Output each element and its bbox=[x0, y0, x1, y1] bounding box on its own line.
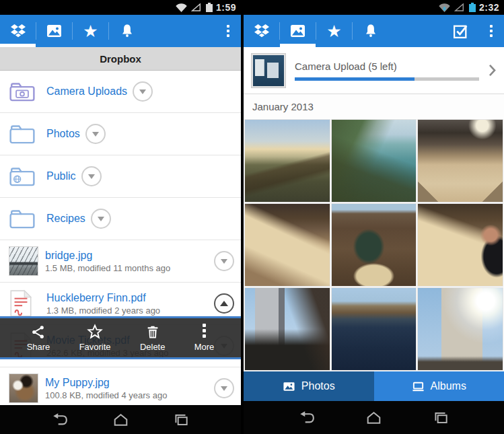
recents-icon bbox=[432, 410, 449, 425]
tab-albums-view[interactable]: Albums bbox=[374, 371, 504, 401]
navigation-bar bbox=[244, 401, 504, 434]
wifi-activity-icon bbox=[438, 3, 451, 13]
chevron-down-icon bbox=[221, 259, 227, 264]
status-bar: 1:59 bbox=[0, 0, 241, 15]
tab-photos[interactable] bbox=[36, 15, 72, 47]
chevron-down-icon bbox=[98, 217, 104, 221]
share-button[interactable]: Share bbox=[27, 324, 50, 352]
photo-grid bbox=[244, 118, 504, 371]
page-header: Dropbox bbox=[0, 47, 241, 71]
left-screen: 1:59 ★ bbox=[0, 0, 241, 434]
upload-thumbnail bbox=[252, 54, 285, 87]
tab-notifications[interactable] bbox=[109, 15, 145, 47]
file-row-recipes[interactable]: Recipes bbox=[0, 198, 241, 240]
chevron-down-icon bbox=[221, 386, 227, 391]
overflow-menu-button[interactable] bbox=[478, 15, 504, 47]
file-name: Recipes bbox=[40, 213, 85, 225]
photo-thumbnail[interactable] bbox=[332, 288, 417, 370]
clock: 1:59 bbox=[216, 2, 236, 13]
photo-thumbnail[interactable] bbox=[245, 120, 330, 202]
photo-thumbnail[interactable] bbox=[332, 204, 417, 286]
signal-triangle-icon bbox=[454, 3, 464, 12]
tab-photos-view[interactable]: Photos bbox=[244, 371, 374, 401]
chevron-up-icon bbox=[220, 301, 228, 306]
tab-photos[interactable] bbox=[280, 15, 316, 47]
back-button[interactable] bbox=[48, 411, 71, 429]
navigation-bar bbox=[0, 405, 241, 434]
tab-starred[interactable]: ★ bbox=[73, 15, 108, 47]
row-expand-button[interactable] bbox=[214, 378, 234, 398]
toolbar: ★ bbox=[244, 15, 504, 47]
photo-thumbnail[interactable] bbox=[418, 120, 503, 202]
recents-button[interactable] bbox=[429, 409, 452, 427]
recents-button[interactable] bbox=[170, 411, 192, 429]
folder-icon bbox=[9, 208, 40, 229]
file-row-my-puppy[interactable]: My Puppy.jpg 100.8 KB, modified 4 years … bbox=[0, 367, 241, 405]
trash-icon bbox=[145, 324, 160, 340]
right-screen: 2:32 ★ bbox=[244, 0, 504, 434]
page-title: Dropbox bbox=[100, 53, 141, 65]
row-expand-button[interactable] bbox=[81, 166, 102, 186]
back-button[interactable] bbox=[295, 409, 318, 427]
multiselect-check-icon bbox=[452, 23, 469, 40]
row-expand-button[interactable] bbox=[91, 209, 111, 229]
photo-thumbnail[interactable] bbox=[418, 288, 503, 370]
home-icon bbox=[112, 412, 130, 427]
home-icon bbox=[365, 410, 383, 425]
dropbox-logo bbox=[253, 23, 271, 39]
favorite-button[interactable]: Favorite bbox=[79, 324, 111, 352]
star-outline-icon bbox=[87, 324, 103, 340]
overflow-menu-button[interactable] bbox=[215, 15, 241, 47]
signal-triangle-icon bbox=[191, 3, 201, 12]
photo-thumbnail[interactable] bbox=[245, 288, 330, 370]
file-name: Public bbox=[40, 170, 76, 182]
tab-notifications[interactable] bbox=[353, 15, 388, 47]
home-button[interactable] bbox=[362, 409, 385, 427]
file-name: My Puppy.jpg bbox=[45, 377, 209, 389]
recents-icon bbox=[172, 412, 190, 427]
wifi-icon bbox=[175, 3, 188, 13]
camera-upload-status-row[interactable]: Camera Upload (5 left) bbox=[244, 47, 504, 94]
battery-icon bbox=[206, 3, 213, 12]
tab-dropbox[interactable] bbox=[244, 15, 279, 47]
home-button[interactable] bbox=[109, 411, 132, 429]
battery-icon bbox=[469, 3, 476, 12]
photo-thumbnail[interactable] bbox=[245, 204, 330, 286]
public-folder-icon bbox=[9, 166, 40, 187]
bottom-tab-bar: Photos Albums bbox=[244, 371, 504, 401]
file-row-public[interactable]: Public bbox=[0, 155, 241, 198]
file-row-camera-uploads[interactable]: Camera Uploads bbox=[0, 71, 241, 113]
file-row-bridge[interactable]: bridge.jpg 1.5 MB, modified 11 months ag… bbox=[0, 240, 241, 283]
row-collapse-button[interactable] bbox=[214, 293, 234, 314]
chevron-down-icon bbox=[88, 174, 95, 179]
row-expand-button[interactable] bbox=[133, 81, 153, 102]
file-thumbnail bbox=[9, 246, 38, 276]
upload-progress-bar bbox=[295, 77, 479, 81]
tab-starred[interactable]: ★ bbox=[316, 15, 352, 47]
camera-folder-icon bbox=[9, 81, 40, 102]
multiselect-button[interactable] bbox=[443, 15, 478, 47]
folder-icon bbox=[9, 123, 40, 145]
more-dots-icon bbox=[203, 324, 206, 340]
camera-upload-title: Camera Upload (5 left) bbox=[295, 61, 479, 72]
status-bar: 2:32 bbox=[244, 0, 504, 15]
star-icon: ★ bbox=[326, 23, 341, 40]
contextual-action-bar: Share Favorite Delete More bbox=[0, 316, 241, 359]
delete-button[interactable]: Delete bbox=[140, 324, 166, 352]
back-icon bbox=[297, 410, 316, 425]
dropbox-logo bbox=[9, 23, 27, 39]
pdf-file-icon bbox=[9, 289, 40, 318]
row-expand-button[interactable] bbox=[85, 124, 106, 144]
file-meta: 1.3 MB, modified 2 years ago bbox=[46, 305, 209, 316]
star-icon: ★ bbox=[83, 23, 98, 40]
file-row-photos[interactable]: Photos bbox=[0, 113, 241, 155]
tab-dropbox[interactable] bbox=[0, 15, 36, 47]
bell-icon bbox=[363, 23, 379, 39]
row-expand-button[interactable] bbox=[214, 251, 234, 271]
more-button[interactable]: More bbox=[194, 324, 215, 352]
photo-thumbnail[interactable] bbox=[332, 120, 417, 202]
month-section-header: January 2013 bbox=[244, 94, 504, 118]
photo-thumbnail[interactable] bbox=[418, 204, 503, 286]
bell-icon bbox=[119, 23, 135, 39]
file-meta: 100.8 KB, modified 4 years ago bbox=[45, 390, 209, 400]
